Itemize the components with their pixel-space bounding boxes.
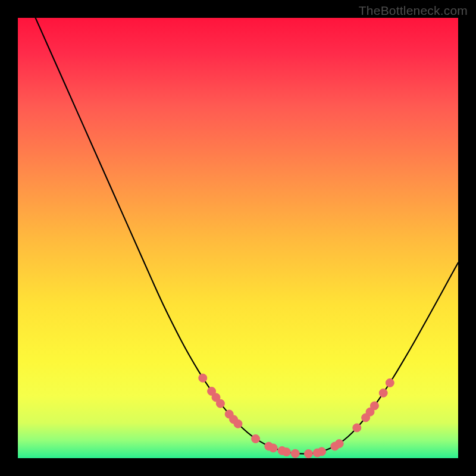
watermark-text: TheBottleneck.com	[359, 4, 468, 18]
curve-marker	[291, 449, 299, 458]
curve-marker	[252, 434, 260, 443]
curve-markers	[199, 374, 394, 458]
curve-marker	[282, 448, 290, 456]
bottleneck-curve	[36, 18, 458, 454]
curve-marker	[370, 402, 378, 410]
curve-marker	[335, 440, 343, 448]
curve-marker	[304, 450, 312, 458]
curve-marker	[318, 447, 326, 456]
curve-marker	[269, 444, 277, 452]
curve-marker	[234, 419, 242, 428]
curve-marker	[199, 374, 207, 382]
curve-marker	[216, 399, 224, 408]
curve-marker	[386, 378, 394, 387]
chart-svg	[18, 18, 458, 458]
curve-marker	[379, 389, 387, 397]
curve-marker	[353, 424, 361, 432]
